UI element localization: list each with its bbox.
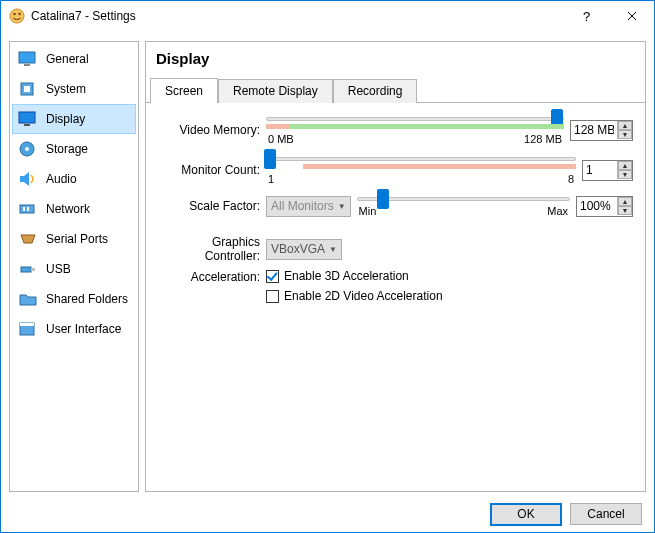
svg-rect-13: [23, 207, 25, 211]
app-icon: [9, 8, 25, 24]
svg-rect-3: [19, 52, 35, 63]
svg-rect-15: [21, 267, 31, 272]
video-memory-input[interactable]: [571, 122, 617, 138]
monitor-count-input[interactable]: [583, 162, 617, 178]
video-memory-max-label: 128 MB: [524, 133, 562, 145]
sidebar-item-display[interactable]: Display: [12, 104, 136, 134]
sidebar-item-storage[interactable]: Storage: [12, 134, 136, 164]
settings-window: Catalina7 - Settings ? General System Di…: [0, 0, 655, 533]
serial-port-icon: [18, 230, 38, 248]
spinner-down[interactable]: ▼: [618, 130, 632, 139]
monitor-count-label: Monitor Count:: [156, 163, 266, 177]
sidebar-item-label: USB: [46, 262, 71, 276]
sidebar-item-label: System: [46, 82, 86, 96]
sidebar-item-label: Display: [46, 112, 85, 126]
help-button[interactable]: ?: [564, 1, 609, 31]
disk-icon: [18, 140, 38, 158]
spinner-down[interactable]: ▼: [618, 170, 632, 179]
tab-remote-display[interactable]: Remote Display: [218, 79, 333, 103]
monitor-count-spinner[interactable]: ▲▼: [582, 160, 633, 181]
ui-icon: [18, 320, 38, 338]
svg-point-10: [25, 147, 29, 151]
sidebar-item-shared-folders[interactable]: Shared Folders: [12, 284, 136, 314]
chip-icon: [18, 80, 38, 98]
svg-marker-11: [20, 172, 29, 186]
video-memory-slider[interactable]: 0 MB 128 MB: [266, 115, 564, 145]
sidebar-item-user-interface[interactable]: User Interface: [12, 314, 136, 344]
svg-rect-4: [24, 64, 30, 66]
scale-factor-min-label: Min: [359, 205, 377, 217]
close-button[interactable]: [609, 1, 654, 31]
sidebar-item-label: Shared Folders: [46, 292, 128, 306]
enable-2d-checkbox[interactable]: [266, 290, 279, 303]
sidebar-item-system[interactable]: System: [12, 74, 136, 104]
sidebar-item-label: General: [46, 52, 89, 66]
video-memory-spinner[interactable]: ▲▼: [570, 120, 633, 141]
sidebar-item-label: Network: [46, 202, 90, 216]
sidebar-item-network[interactable]: Network: [12, 194, 136, 224]
svg-rect-14: [27, 207, 29, 211]
monitor-count-min-label: 1: [268, 173, 274, 185]
enable-3d-label[interactable]: Enable 3D Acceleration: [284, 269, 409, 283]
svg-rect-7: [19, 112, 35, 123]
sidebar-item-label: Storage: [46, 142, 88, 156]
network-icon: [18, 200, 38, 218]
svg-point-0: [10, 9, 24, 23]
graphics-controller-select[interactable]: VBoxVGA ▼: [266, 239, 342, 260]
chevron-down-icon: ▼: [338, 202, 346, 211]
tab-content-screen: Video Memory: 0 MB: [146, 103, 645, 323]
tabs: Screen Remote Display Recording: [146, 77, 645, 103]
graphics-controller-value: VBoxVGA: [271, 242, 325, 256]
svg-rect-6: [24, 86, 30, 92]
ok-button[interactable]: OK: [490, 503, 562, 526]
tab-recording[interactable]: Recording: [333, 79, 418, 103]
monitor-count-slider[interactable]: 1 8: [266, 155, 576, 185]
enable-3d-checkbox[interactable]: [266, 270, 279, 283]
tab-screen[interactable]: Screen: [150, 78, 218, 103]
sidebar-item-label: Audio: [46, 172, 77, 186]
sidebar-item-general[interactable]: General: [12, 44, 136, 74]
scale-factor-monitor-select[interactable]: All Monitors ▼: [266, 196, 351, 217]
window-title: Catalina7 - Settings: [31, 9, 136, 23]
scale-factor-label: Scale Factor:: [156, 199, 266, 213]
enable-2d-label[interactable]: Enable 2D Video Acceleration: [284, 289, 443, 303]
sidebar-item-label: Serial Ports: [46, 232, 108, 246]
page-title: Display: [146, 42, 645, 77]
cancel-button[interactable]: Cancel: [570, 503, 642, 525]
sidebar-item-audio[interactable]: Audio: [12, 164, 136, 194]
svg-point-2: [18, 13, 21, 16]
usb-icon: [18, 260, 38, 278]
graphics-controller-label: Graphics Controller:: [156, 235, 266, 263]
sidebar: General System Display Storage Audio Net…: [9, 41, 139, 492]
spinner-up[interactable]: ▲: [618, 161, 632, 170]
spinner-up[interactable]: ▲: [618, 121, 632, 130]
svg-rect-16: [31, 268, 35, 271]
titlebar: Catalina7 - Settings ?: [1, 1, 654, 31]
spinner-up[interactable]: ▲: [618, 197, 632, 206]
scale-factor-spinner[interactable]: ▲▼: [576, 196, 633, 217]
scale-factor-monitor-value: All Monitors: [271, 199, 334, 213]
sidebar-item-usb[interactable]: USB: [12, 254, 136, 284]
svg-rect-18: [20, 323, 34, 326]
svg-point-1: [13, 13, 16, 16]
monitor-icon: [18, 50, 38, 68]
video-memory-min-label: 0 MB: [268, 133, 294, 145]
sidebar-item-serial-ports[interactable]: Serial Ports: [12, 224, 136, 254]
svg-rect-8: [24, 124, 30, 126]
scale-factor-slider[interactable]: Min Max: [357, 195, 570, 217]
main-panel: Display Screen Remote Display Recording …: [145, 41, 646, 492]
display-icon: [18, 110, 38, 128]
video-memory-label: Video Memory:: [156, 123, 266, 137]
speaker-icon: [18, 170, 38, 188]
acceleration-label: Acceleration:: [156, 269, 266, 284]
monitor-count-max-label: 8: [568, 173, 574, 185]
scale-factor-max-label: Max: [547, 205, 568, 217]
folder-icon: [18, 290, 38, 308]
spinner-down[interactable]: ▼: [618, 206, 632, 215]
sidebar-item-label: User Interface: [46, 322, 121, 336]
dialog-footer: OK Cancel: [1, 496, 654, 532]
chevron-down-icon: ▼: [329, 245, 337, 254]
scale-factor-input[interactable]: [577, 198, 617, 214]
